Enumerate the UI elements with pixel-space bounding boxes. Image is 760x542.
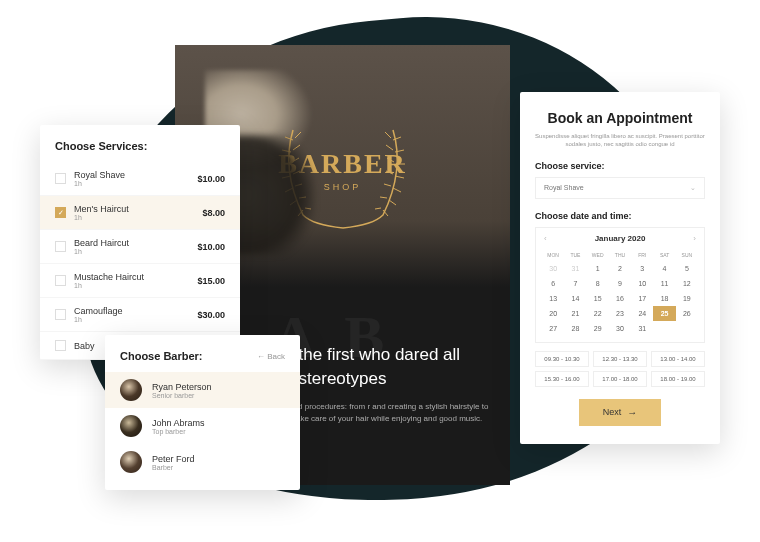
- calendar-day[interactable]: 11: [653, 276, 675, 291]
- service-name: Royal Shave: [74, 170, 197, 180]
- calendar-day[interactable]: 21: [564, 306, 586, 321]
- calendar-day[interactable]: 1: [587, 261, 609, 276]
- calendar-day[interactable]: 16: [609, 291, 631, 306]
- booking-subtitle: Suspendisse aliquet fringilla libero ac …: [535, 132, 705, 149]
- calendar-day[interactable]: 28: [564, 321, 586, 336]
- service-duration: 1h: [74, 180, 197, 187]
- calendar: ‹ January 2020 › MONTUEWEDTHUFRISATSUN30…: [535, 227, 705, 343]
- services-title: Choose Services:: [40, 140, 240, 162]
- calendar-day[interactable]: 22: [587, 306, 609, 321]
- next-button-label: Next: [603, 407, 622, 417]
- time-slot[interactable]: 13.00 - 14.00: [651, 351, 705, 367]
- service-name: Mustache Haircut: [74, 272, 197, 282]
- time-slot[interactable]: 18.00 - 19.00: [651, 371, 705, 387]
- calendar-day[interactable]: 7: [564, 276, 586, 291]
- calendar-dow: TUE: [564, 249, 586, 261]
- calendar-day[interactable]: 31: [631, 321, 653, 336]
- calendar-day[interactable]: 30: [542, 261, 564, 276]
- booking-card: Book an Appointment Suspendisse aliquet …: [520, 92, 720, 444]
- barber-role: Top barber: [152, 428, 205, 435]
- barber-name: Peter Ford: [152, 454, 195, 464]
- service-duration: 1h: [74, 282, 197, 289]
- calendar-day[interactable]: 19: [676, 291, 698, 306]
- calendar-day[interactable]: 3: [631, 261, 653, 276]
- logo-laurel: BARBER SHOP: [253, 100, 433, 240]
- barbers-card: Choose Barber: ← Back Ryan PetersonSenio…: [105, 335, 300, 490]
- barber-row[interactable]: Ryan PetersonSenior barber: [105, 372, 300, 408]
- calendar-day[interactable]: 27: [542, 321, 564, 336]
- calendar-prev-icon[interactable]: ‹: [542, 234, 549, 243]
- service-select[interactable]: Royal Shave ⌄: [535, 177, 705, 199]
- service-row[interactable]: Beard Haircut1h$10.00: [40, 230, 240, 264]
- barber-row[interactable]: Peter FordBarber: [105, 444, 300, 480]
- calendar-day[interactable]: 29: [587, 321, 609, 336]
- calendar-dow: WED: [587, 249, 609, 261]
- logo-sub-text: SHOP: [278, 182, 407, 192]
- next-button[interactable]: Next →: [579, 399, 662, 426]
- service-price: $15.00: [197, 276, 225, 286]
- checkbox-icon[interactable]: [55, 309, 66, 320]
- time-slot[interactable]: 17.00 - 18.00: [593, 371, 647, 387]
- calendar-day[interactable]: 6: [542, 276, 564, 291]
- logo-main-text: BARBER: [278, 148, 407, 180]
- service-duration: 1h: [74, 214, 202, 221]
- calendar-dow: MON: [542, 249, 564, 261]
- calendar-day[interactable]: 2: [609, 261, 631, 276]
- calendar-dow: SAT: [653, 249, 675, 261]
- checkbox-icon[interactable]: [55, 173, 66, 184]
- calendar-day[interactable]: 14: [564, 291, 586, 306]
- calendar-day[interactable]: 31: [564, 261, 586, 276]
- calendar-day[interactable]: 8: [587, 276, 609, 291]
- service-duration: 1h: [74, 248, 197, 255]
- booking-title: Book an Appointment: [535, 110, 705, 126]
- checkbox-icon[interactable]: ✓: [55, 207, 66, 218]
- service-row[interactable]: Mustache Haircut1h$15.00: [40, 264, 240, 298]
- barbers-title: Choose Barber:: [120, 350, 203, 362]
- service-price: $8.00: [202, 208, 225, 218]
- calendar-day[interactable]: 30: [609, 321, 631, 336]
- time-slot[interactable]: 09.30 - 10.30: [535, 351, 589, 367]
- service-row[interactable]: ✓Men's Haircut1h$8.00: [40, 196, 240, 230]
- barber-name: Ryan Peterson: [152, 382, 212, 392]
- calendar-next-icon[interactable]: ›: [691, 234, 698, 243]
- calendar-day[interactable]: 5: [676, 261, 698, 276]
- calendar-month: January 2020: [595, 234, 646, 243]
- chevron-down-icon: ⌄: [690, 184, 696, 192]
- service-price: $10.00: [197, 174, 225, 184]
- calendar-day[interactable]: 25: [653, 306, 675, 321]
- time-slot[interactable]: 12.30 - 13.30: [593, 351, 647, 367]
- service-name: Men's Haircut: [74, 204, 202, 214]
- calendar-day[interactable]: 9: [609, 276, 631, 291]
- calendar-day[interactable]: 24: [631, 306, 653, 321]
- service-select-value: Royal Shave: [544, 184, 584, 191]
- calendar-day[interactable]: 23: [609, 306, 631, 321]
- calendar-day[interactable]: 10: [631, 276, 653, 291]
- service-row[interactable]: Royal Shave1h$10.00: [40, 162, 240, 196]
- service-row[interactable]: Camouflage1h$30.00: [40, 298, 240, 332]
- calendar-day[interactable]: 4: [653, 261, 675, 276]
- calendar-day[interactable]: 17: [631, 291, 653, 306]
- datetime-label: Choose date and time:: [535, 211, 705, 221]
- checkbox-icon[interactable]: [55, 275, 66, 286]
- calendar-day[interactable]: 15: [587, 291, 609, 306]
- back-button[interactable]: ← Back: [257, 352, 285, 361]
- calendar-day[interactable]: 12: [676, 276, 698, 291]
- checkbox-icon[interactable]: [55, 340, 66, 351]
- service-price: $30.00: [197, 310, 225, 320]
- calendar-day[interactable]: 13: [542, 291, 564, 306]
- barber-role: Barber: [152, 464, 195, 471]
- time-slot[interactable]: 15.30 - 16.00: [535, 371, 589, 387]
- calendar-dow: THU: [609, 249, 631, 261]
- barber-role: Senior barber: [152, 392, 212, 399]
- barber-row[interactable]: John AbramsTop barber: [105, 408, 300, 444]
- calendar-day[interactable]: 26: [676, 306, 698, 321]
- arrow-right-icon: →: [627, 407, 637, 418]
- avatar: [120, 379, 142, 401]
- service-name: Beard Haircut: [74, 238, 197, 248]
- barber-name: John Abrams: [152, 418, 205, 428]
- calendar-day[interactable]: 20: [542, 306, 564, 321]
- calendar-day[interactable]: 18: [653, 291, 675, 306]
- service-price: $10.00: [197, 242, 225, 252]
- services-card: Choose Services: Royal Shave1h$10.00✓Men…: [40, 125, 240, 360]
- checkbox-icon[interactable]: [55, 241, 66, 252]
